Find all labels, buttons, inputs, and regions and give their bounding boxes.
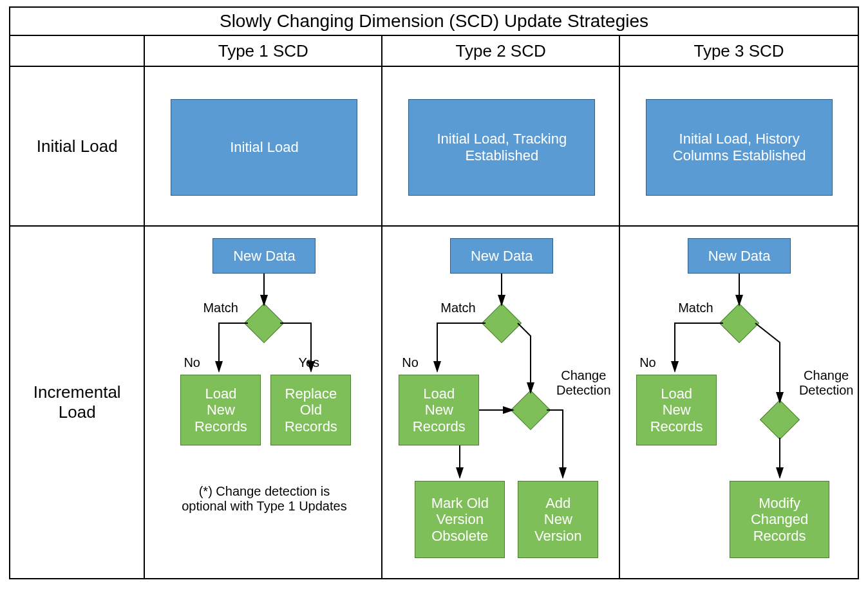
cell-incremental-type1: New Data Match No Yes Load New Records R… xyxy=(145,227,382,578)
box-load-new-t3: Load New Records xyxy=(636,375,717,445)
box-initial-type3: Initial Load, History Columns Establishe… xyxy=(646,99,833,196)
box-initial-type2: Initial Load, Tracking Established xyxy=(408,99,595,196)
box-modify-changed-t3: Modify Changed Records xyxy=(730,481,829,558)
label-match-t1: Match xyxy=(203,301,238,315)
row-label-initial: Initial Load xyxy=(10,67,145,225)
cell-incremental-type2: New Data Match No Load New Records Chang… xyxy=(382,227,620,578)
decision-match-t2 xyxy=(482,304,521,342)
box-mark-old-t2: Mark Old Version Obsolete xyxy=(415,481,505,558)
corner-cell xyxy=(10,36,145,66)
header-row: Type 1 SCD Type 2 SCD Type 3 SCD xyxy=(10,36,858,67)
title-row: Slowly Changing Dimension (SCD) Update S… xyxy=(10,8,858,36)
decision-match-t1 xyxy=(245,304,283,342)
col-header-type2: Type 2 SCD xyxy=(382,36,620,66)
cell-initial-type1: Initial Load xyxy=(145,67,382,225)
cell-initial-type2: Initial Load, Tracking Established xyxy=(382,67,620,225)
box-load-new-t1: Load New Records xyxy=(180,375,261,445)
box-initial-type1: Initial Load xyxy=(171,99,357,196)
box-new-data-t1: New Data xyxy=(212,238,316,274)
diagram-title: Slowly Changing Dimension (SCD) Update S… xyxy=(220,11,648,32)
box-new-data-t2: New Data xyxy=(450,238,553,274)
row-label-incremental: Incremental Load xyxy=(10,227,145,578)
label-yes-t1: Yes xyxy=(298,355,319,370)
box-replace-old-t1: Replace Old Records xyxy=(270,375,351,445)
cell-initial-type3: Initial Load, History Columns Establishe… xyxy=(620,67,858,225)
label-no-t3: No xyxy=(639,355,656,370)
diagram-frame: Slowly Changing Dimension (SCD) Update S… xyxy=(9,6,859,579)
decision-change-t2 xyxy=(511,391,550,429)
box-add-new-t2: Add New Version xyxy=(518,481,598,558)
row-incremental: Incremental Load New Data Match No Yes L… xyxy=(10,227,858,578)
footnote-t1: (*) Change detection is optional with Ty… xyxy=(180,484,348,514)
col-header-type3: Type 3 SCD xyxy=(620,36,858,66)
box-load-new-t2: Load New Records xyxy=(399,375,479,445)
col-header-type1: Type 1 SCD xyxy=(145,36,382,66)
box-new-data-t3: New Data xyxy=(688,238,791,274)
decision-match-t3 xyxy=(720,304,759,342)
label-no-t1: No xyxy=(184,355,200,370)
decision-change-t3 xyxy=(760,400,799,439)
label-no-t2: No xyxy=(402,355,419,370)
label-match-t3: Match xyxy=(678,301,713,315)
row-initial: Initial Load Initial Load Initial Load, … xyxy=(10,67,858,227)
label-change-t3: Change Detection xyxy=(794,368,858,398)
cell-incremental-type3: New Data Match No Load New Records Chang… xyxy=(620,227,858,578)
label-change-t2: Change Detection xyxy=(551,368,616,398)
label-match-t2: Match xyxy=(440,301,475,315)
